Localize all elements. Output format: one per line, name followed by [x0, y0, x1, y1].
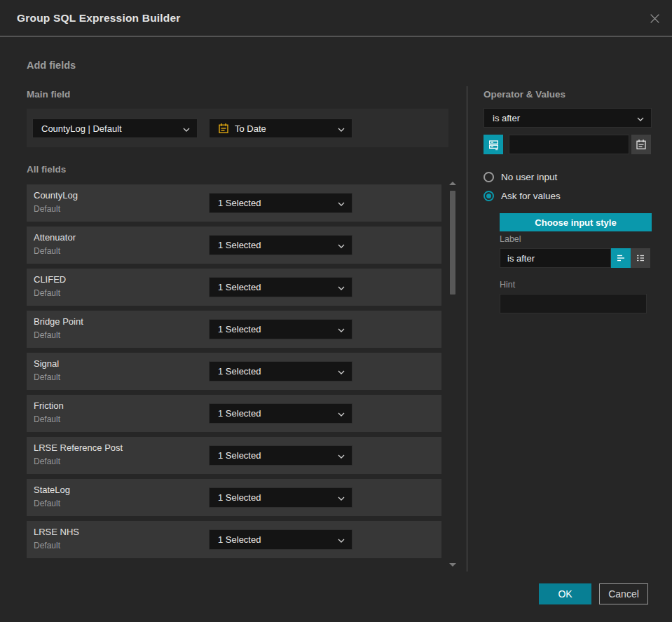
radio-no-user-input[interactable]: No user input	[484, 172, 557, 182]
field-selected-dropdown[interactable]: 1 Selected	[209, 403, 352, 424]
date-granularity-select[interactable]: To Date	[209, 119, 352, 138]
field-selected-value: 1 Selected	[218, 240, 338, 250]
chevron-down-icon	[338, 492, 345, 503]
field-selected-value: 1 Selected	[218, 366, 338, 377]
field-selected-dropdown[interactable]: 1 Selected	[209, 235, 352, 255]
main-field-select[interactable]: CountyLog | Default	[32, 119, 198, 138]
all-fields-heading: All fields	[27, 164, 66, 175]
label-input[interactable]	[500, 248, 611, 268]
chevron-down-icon	[338, 198, 345, 208]
unique-values-button[interactable]	[484, 135, 503, 154]
list-item: LRSE Reference PostDefault1 Selected	[27, 437, 441, 474]
field-selected-dropdown[interactable]: 1 Selected	[209, 445, 352, 466]
hint-caption: Hint	[500, 280, 515, 290]
panel-divider	[467, 86, 467, 572]
operator-select-value: is after	[493, 113, 637, 123]
list-item: FrictionDefault1 Selected	[27, 395, 441, 432]
radio-circle[interactable]	[484, 191, 494, 201]
titlebar: Group SQL Expression Builder	[0, 0, 672, 36]
list-icon	[635, 252, 646, 264]
field-selected-value: 1 Selected	[218, 282, 338, 292]
scroll-down-icon[interactable]	[449, 563, 456, 567]
field-selected-dropdown[interactable]: 1 Selected	[209, 277, 352, 297]
field-selected-dropdown[interactable]: 1 Selected	[209, 319, 352, 339]
calendar-icon	[218, 123, 229, 134]
chevron-down-icon	[637, 113, 644, 123]
field-selected-dropdown[interactable]: 1 Selected	[209, 361, 352, 381]
list-item: Bridge PointDefault1 Selected	[27, 311, 441, 348]
unique-values-icon	[488, 139, 500, 151]
list-item: LRSE NHSDefault1 Selected	[27, 521, 441, 558]
list-item: SignalDefault1 Selected	[27, 353, 441, 390]
dialog-title: Group SQL Expression Builder	[17, 12, 181, 25]
align-left-icon	[615, 252, 626, 264]
field-selected-value: 1 Selected	[218, 324, 338, 334]
field-selected-value: 1 Selected	[218, 408, 338, 419]
chevron-down-icon	[338, 282, 345, 292]
radio-circle[interactable]	[484, 172, 494, 182]
list-item: CLIFEDDefault1 Selected	[27, 269, 441, 306]
close-icon[interactable]	[647, 11, 661, 25]
radio-label: No user input	[501, 172, 557, 182]
choose-input-style-button[interactable]: Choose input style	[500, 213, 652, 231]
scroll-up-icon[interactable]	[449, 182, 456, 185]
input-style-text-button[interactable]	[611, 248, 631, 268]
field-selected-dropdown[interactable]: 1 Selected	[209, 193, 352, 213]
chevron-down-icon	[183, 123, 190, 134]
group-sql-expression-builder-dialog: Group SQL Expression Builder Add fields …	[0, 0, 672, 622]
field-selected-value: 1 Selected	[218, 534, 338, 545]
calendar-icon	[636, 139, 647, 150]
main-field-select-value: CountyLog | Default	[41, 123, 183, 134]
date-picker-button[interactable]	[631, 135, 651, 154]
chevron-down-icon	[338, 123, 345, 134]
value-input[interactable]	[509, 135, 629, 154]
list-item: StateLogDefault1 Selected	[27, 479, 441, 516]
date-select-value: To Date	[235, 123, 332, 134]
radio-ask-for-values[interactable]: Ask for values	[484, 191, 561, 201]
operator-values-heading: Operator & Values	[484, 89, 565, 100]
chevron-down-icon	[338, 408, 345, 419]
list-item: CountyLogDefault1 Selected	[27, 184, 441, 222]
input-style-list-button[interactable]	[631, 248, 650, 268]
chevron-down-icon	[338, 450, 345, 461]
label-caption: Label	[500, 234, 521, 244]
scrollbar-thumb[interactable]	[450, 191, 455, 295]
field-selected-dropdown[interactable]: 1 Selected	[209, 529, 352, 550]
chevron-down-icon	[338, 534, 345, 545]
ok-button[interactable]: OK	[539, 583, 591, 604]
chevron-down-icon	[338, 324, 345, 334]
list-item: AttenuatorDefault1 Selected	[27, 227, 441, 264]
radio-label: Ask for values	[501, 191, 561, 201]
main-field-heading: Main field	[27, 89, 70, 100]
operator-select[interactable]: is after	[484, 108, 652, 128]
field-selected-value: 1 Selected	[218, 198, 338, 208]
field-selected-value: 1 Selected	[218, 450, 338, 461]
hint-input[interactable]	[500, 294, 647, 313]
add-fields-heading: Add fields	[27, 60, 76, 71]
main-field-panel: CountyLog | Default To Date	[27, 109, 448, 147]
chevron-down-icon	[338, 240, 345, 250]
field-selected-dropdown[interactable]: 1 Selected	[209, 487, 352, 508]
cancel-button[interactable]: Cancel	[599, 583, 648, 604]
chevron-down-icon	[338, 366, 345, 377]
field-selected-value: 1 Selected	[218, 492, 338, 503]
